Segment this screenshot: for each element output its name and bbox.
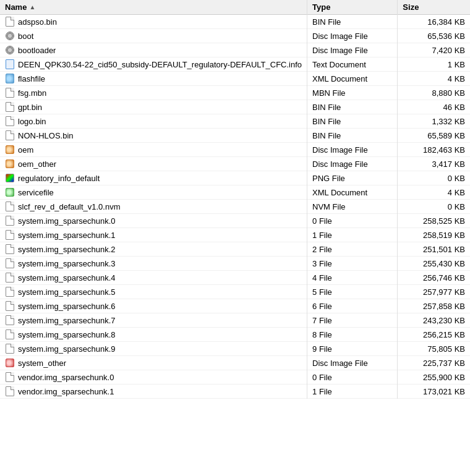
table-row[interactable]: system.img_sparsechunk.4 4 File 256,746 …: [0, 271, 470, 285]
file-size-cell: 65,536 KB: [398, 29, 470, 43]
table-row[interactable]: DEEN_QPK30.54-22_cid50_subsidy-DEFAULT_r…: [0, 57, 470, 72]
bin-icon: [6, 273, 14, 283]
bin-icon: [6, 202, 14, 211]
table-row[interactable]: bootloader Disc Image File 7,420 KB: [0, 43, 470, 57]
table-row[interactable]: boot Disc Image File 65,536 KB: [0, 29, 470, 43]
file-size-cell: 182,463 KB: [398, 143, 470, 157]
oem-icon: [6, 145, 14, 154]
table-row[interactable]: fsg.mbn MBN File 8,880 KB: [0, 86, 470, 100]
column-header-size[interactable]: Size: [398, 0, 470, 15]
file-type-cell: Text Document: [307, 57, 398, 72]
file-type-cell: XML Document: [307, 72, 398, 86]
file-name-label: system.img_sparsechunk.0: [18, 216, 116, 226]
table-row[interactable]: system.img_sparsechunk.6 6 File 257,858 …: [0, 299, 470, 313]
file-name-label: boot: [18, 32, 33, 41]
table-row[interactable]: flashfile XML Document 4 KB: [0, 72, 470, 86]
table-row[interactable]: system.img_sparsechunk.7 7 File 243,230 …: [0, 313, 470, 328]
file-type-cell: 7 File: [307, 313, 398, 328]
table-row[interactable]: system_other Disc Image File 225,737 KB: [0, 356, 470, 370]
bin-icon: [6, 116, 14, 126]
file-type-cell: Disc Image File: [307, 29, 398, 43]
file-name-label: system.img_sparsechunk.1: [18, 231, 116, 240]
file-name-cell: vendor.img_sparsechunk.1: [0, 385, 307, 399]
file-name-label: system.img_sparsechunk.2: [18, 245, 116, 254]
file-type-cell: 0 File: [307, 214, 398, 228]
file-size-cell: 255,900 KB: [398, 370, 470, 385]
file-name-cell: logo.bin: [0, 114, 307, 129]
table-row[interactable]: slcf_rev_d_default_v1.0.nvm NVM File 0 K…: [0, 200, 470, 214]
file-type-cell: XML Document: [307, 185, 398, 200]
file-type-cell: Disc Image File: [307, 43, 398, 57]
file-icon: [5, 159, 15, 169]
file-name-label: regulatory_info_default: [18, 174, 100, 183]
table-row[interactable]: regulatory_info_default PNG File 0 KB: [0, 171, 470, 185]
file-size-cell: 243,230 KB: [398, 313, 470, 328]
file-name-label: NON-HLOS.bin: [18, 131, 74, 140]
file-size-cell: 8,880 KB: [398, 86, 470, 100]
table-row[interactable]: system.img_sparsechunk.5 5 File 257,977 …: [0, 285, 470, 299]
file-icon: [5, 173, 15, 183]
table-row[interactable]: gpt.bin BIN File 46 KB: [0, 100, 470, 114]
file-name-cell: slcf_rev_d_default_v1.0.nvm: [0, 200, 307, 214]
file-icon: [5, 88, 15, 98]
file-name-label: adspso.bin: [18, 17, 57, 27]
file-name-label: system.img_sparsechunk.9: [18, 344, 116, 354]
file-icon: [5, 386, 15, 396]
file-icon: [5, 74, 15, 83]
file-icon: [5, 287, 15, 297]
service-icon: [6, 188, 14, 197]
file-icon: [5, 17, 15, 27]
file-icon: [5, 273, 15, 283]
bin-icon: [6, 230, 14, 240]
table-row[interactable]: system.img_sparsechunk.1 1 File 258,519 …: [0, 228, 470, 242]
file-size-cell: 0 KB: [398, 171, 470, 185]
file-type-cell: PNG File: [307, 171, 398, 185]
table-row[interactable]: system.img_sparsechunk.3 3 File 255,430 …: [0, 257, 470, 271]
bin-icon: [6, 344, 14, 354]
file-name-cell: DEEN_QPK30.54-22_cid50_subsidy-DEFAULT_r…: [0, 57, 307, 72]
table-row[interactable]: system.img_sparsechunk.0 0 File 258,525 …: [0, 214, 470, 228]
file-size-cell: 173,021 KB: [398, 385, 470, 399]
table-row[interactable]: logo.bin BIN File 1,332 KB: [0, 114, 470, 129]
table-row[interactable]: oem Disc Image File 182,463 KB: [0, 143, 470, 157]
file-name-label: system.img_sparsechunk.7: [18, 316, 116, 325]
bin-icon: [6, 386, 14, 396]
bin-icon: [6, 216, 14, 226]
file-name-cell: system_other: [0, 356, 307, 370]
column-header-name[interactable]: Name ▲: [0, 0, 307, 15]
file-type-cell: BIN File: [307, 129, 398, 143]
file-icon: [5, 45, 15, 55]
file-type-cell: MBN File: [307, 86, 398, 100]
column-header-type[interactable]: Type: [307, 0, 398, 15]
file-name-label: system_other: [18, 359, 66, 368]
table-row[interactable]: vendor.img_sparsechunk.0 0 File 255,900 …: [0, 370, 470, 385]
file-name-cell: adspso.bin: [0, 15, 307, 29]
table-row[interactable]: system.img_sparsechunk.9 9 File 75,805 K…: [0, 342, 470, 356]
file-type-cell: 0 File: [307, 370, 398, 385]
file-name-cell: flashfile: [0, 72, 307, 86]
file-name-cell: system.img_sparsechunk.2: [0, 242, 307, 257]
file-type-cell: Disc Image File: [307, 157, 398, 171]
file-size-cell: 3,417 KB: [398, 157, 470, 171]
bin-icon: [6, 244, 14, 254]
flash-icon: [6, 74, 14, 83]
bin-icon: [6, 329, 14, 339]
file-name-label: vendor.img_sparsechunk.1: [18, 387, 114, 396]
file-name-cell: vendor.img_sparsechunk.0: [0, 370, 307, 385]
file-type-cell: 4 File: [307, 271, 398, 285]
table-row[interactable]: system.img_sparsechunk.2 2 File 251,501 …: [0, 242, 470, 257]
table-row[interactable]: adspso.bin BIN File 16,384 KB: [0, 15, 470, 29]
file-icon: [5, 329, 15, 339]
file-icon: [5, 230, 15, 240]
table-row[interactable]: servicefile XML Document 4 KB: [0, 185, 470, 200]
file-size-cell: 16,384 KB: [398, 15, 470, 29]
table-row[interactable]: NON-HLOS.bin BIN File 65,589 KB: [0, 129, 470, 143]
file-name-label: system.img_sparsechunk.8: [18, 330, 116, 339]
oem-icon: [6, 159, 14, 168]
file-name-label: oem_other: [18, 159, 56, 169]
table-row[interactable]: vendor.img_sparsechunk.1 1 File 173,021 …: [0, 385, 470, 399]
table-row[interactable]: oem_other Disc Image File 3,417 KB: [0, 157, 470, 171]
file-name-label: servicefile: [18, 188, 54, 197]
file-icon: [5, 216, 15, 226]
table-row[interactable]: system.img_sparsechunk.8 8 File 256,215 …: [0, 328, 470, 342]
